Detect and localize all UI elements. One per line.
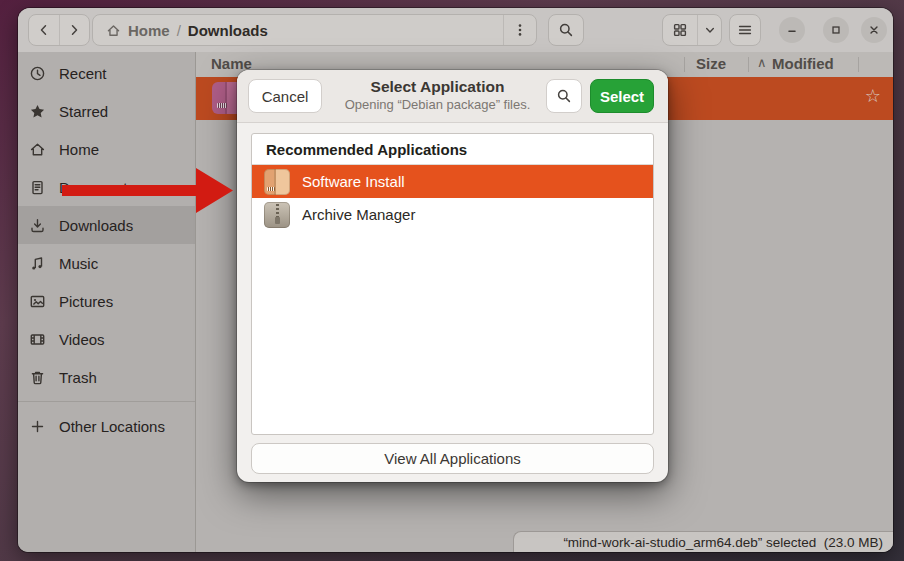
select-button[interactable]: Select (590, 79, 654, 113)
clock-icon (29, 65, 46, 82)
path-options-button[interactable] (503, 15, 536, 45)
application-list: Recommended Applications Software Instal… (251, 133, 654, 435)
minimize-icon (785, 23, 799, 37)
desktop-background: Home / Downloads (0, 0, 904, 561)
dialog-subtitle: Opening “Debian package” files. (337, 97, 538, 113)
annotation-arrow (58, 163, 236, 218)
sidebar-item-label: Recent (59, 65, 107, 82)
grid-view-icon (672, 22, 688, 38)
sidebar-item-label: Home (59, 141, 99, 158)
plus-icon (29, 418, 46, 435)
home-icon (106, 23, 121, 38)
film-icon (29, 331, 46, 348)
sidebar-item-trash[interactable]: Trash (18, 358, 195, 396)
status-bar: “mind-work-ai-studio_arm64.deb” selected… (513, 531, 893, 552)
download-icon (29, 217, 46, 234)
sidebar-item-label: Downloads (59, 217, 133, 234)
headerbar: Home / Downloads (18, 8, 893, 53)
app-row-software-install[interactable]: Software Install (252, 165, 653, 198)
breadcrumb[interactable]: Home / Downloads (92, 14, 537, 46)
maximize-button[interactable] (823, 17, 849, 43)
breadcrumb-current[interactable]: Downloads (188, 22, 268, 39)
search-icon (556, 88, 572, 104)
dialog-title-area: Select Application Opening “Debian packa… (337, 77, 538, 113)
maximize-icon (829, 23, 843, 37)
sidebar-item-pictures[interactable]: Pictures (18, 282, 195, 320)
chevron-left-icon (36, 22, 52, 38)
sidebar-item-label: Starred (59, 103, 108, 120)
sidebar-item-label: Videos (59, 331, 105, 348)
breadcrumb-path: Home / Downloads (93, 22, 503, 39)
view-all-applications-button[interactable]: View All Applications (251, 443, 654, 474)
cancel-button[interactable]: Cancel (248, 79, 322, 113)
chevron-right-icon (66, 22, 82, 38)
sidebar-item-label: Music (59, 255, 98, 272)
kebab-menu-icon (512, 22, 528, 38)
sidebar-item-music[interactable]: Music (18, 244, 195, 282)
breadcrumb-home[interactable]: Home (128, 22, 170, 39)
picture-icon (29, 293, 46, 310)
grid-view-button[interactable] (663, 15, 697, 45)
column-divider (684, 57, 685, 72)
sidebar-item-starred[interactable]: Starred (18, 92, 195, 130)
dialog-title: Select Application (337, 77, 538, 97)
dialog-headerbar: Cancel Select Application Opening “Debia… (237, 70, 668, 123)
app-name: Archive Manager (302, 206, 415, 223)
column-header-modified[interactable]: Modified (772, 55, 834, 72)
search-button[interactable] (548, 14, 584, 46)
select-application-dialog: Cancel Select Application Opening “Debia… (237, 70, 668, 482)
app-name: Software Install (302, 173, 405, 190)
app-row-archive-manager[interactable]: Archive Manager (252, 198, 653, 231)
search-icon (558, 22, 574, 38)
forward-button[interactable] (59, 15, 90, 45)
trash-icon (29, 369, 46, 386)
sidebar-item-label: Trash (59, 369, 97, 386)
history-nav-group (28, 14, 90, 46)
recommended-section-header: Recommended Applications (252, 134, 653, 165)
software-install-icon (264, 169, 290, 195)
star-icon (29, 103, 46, 120)
sidebar: Recent Starred Home Documents Downloads … (18, 52, 196, 552)
music-note-icon (29, 255, 46, 272)
sidebar-item-label: Pictures (59, 293, 113, 310)
sidebar-item-label: Other Locations (59, 418, 165, 435)
view-options-dropdown[interactable] (697, 15, 721, 45)
breadcrumb-separator: / (177, 22, 181, 39)
view-toggle-split-button (662, 14, 722, 46)
main-menu-button[interactable] (729, 14, 761, 46)
home-icon (29, 141, 46, 158)
close-button[interactable] (861, 17, 887, 43)
hamburger-menu-icon (737, 22, 753, 38)
column-header-size[interactable]: Size (696, 55, 726, 72)
sort-ascending-icon: ∧ (757, 55, 767, 70)
sidebar-item-recent[interactable]: Recent (18, 54, 195, 92)
minimize-button[interactable] (779, 17, 805, 43)
archive-manager-icon (264, 202, 290, 228)
sidebar-separator (18, 401, 195, 402)
column-divider (748, 57, 749, 72)
back-button[interactable] (29, 15, 59, 45)
dialog-search-button[interactable] (546, 79, 582, 113)
close-icon (867, 23, 881, 37)
sidebar-item-videos[interactable]: Videos (18, 320, 195, 358)
sidebar-item-other-locations[interactable]: Other Locations (18, 407, 195, 445)
column-divider (858, 57, 859, 72)
star-toggle-icon[interactable]: ☆ (865, 85, 881, 107)
chevron-down-icon (703, 23, 717, 37)
document-icon (29, 179, 46, 196)
selection-status-text: “mind-work-ai-studio_arm64.deb” selected… (563, 535, 883, 550)
